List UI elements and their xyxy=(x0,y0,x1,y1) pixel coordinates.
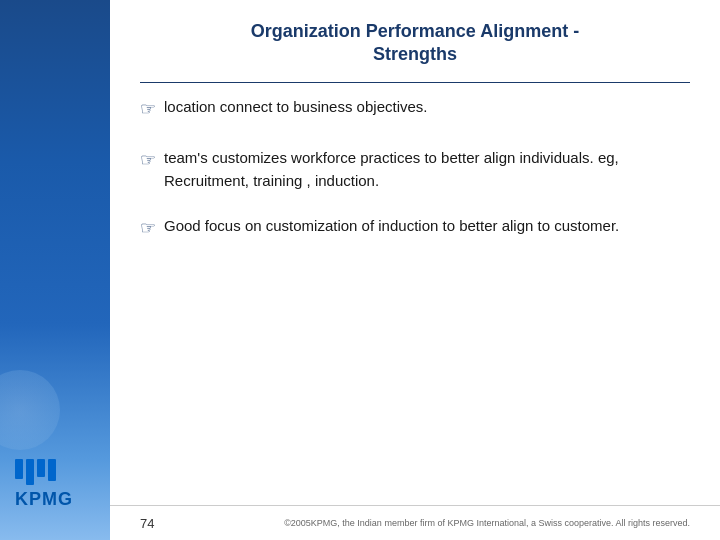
bullet-item-2: ☞ team's customizes workforce practices … xyxy=(140,146,690,193)
sidebar-decoration xyxy=(0,370,60,450)
bullet-text-1: location connect to business objectives. xyxy=(164,95,690,118)
logo-bar-4 xyxy=(48,459,56,481)
logo-bar-3 xyxy=(37,459,45,477)
footer: 74 ©2005KPMG, the Indian member firm of … xyxy=(110,505,720,540)
bullet-item-3: ☞ Good focus on customization of inducti… xyxy=(140,214,690,243)
bullet-text-3: Good focus on customization of induction… xyxy=(164,214,690,237)
footer-copyright: ©2005KPMG, the Indian member firm of KPM… xyxy=(284,518,690,528)
bullet-icon-1: ☞ xyxy=(140,96,156,124)
bullet-item-1: ☞ location connect to business objective… xyxy=(140,95,690,124)
logo-bar-2 xyxy=(26,459,34,485)
page-title: Organization Performance Alignment - Str… xyxy=(140,20,690,67)
bullet-icon-2: ☞ xyxy=(140,147,156,175)
kpmg-text: KPMG xyxy=(15,489,85,510)
kpmg-logo: KPMG xyxy=(15,459,85,510)
title-divider xyxy=(140,82,690,83)
footer-page-number: 74 xyxy=(140,516,154,531)
left-sidebar: KPMG xyxy=(0,0,110,540)
bullet-section: ☞ location connect to business objective… xyxy=(140,95,690,243)
logo-bar-1 xyxy=(15,459,23,479)
bullet-text-2: team's customizes workforce practices to… xyxy=(164,146,690,193)
bullet-icon-3: ☞ xyxy=(140,215,156,243)
title-line1: Organization Performance Alignment - xyxy=(251,21,579,41)
main-content: Organization Performance Alignment - Str… xyxy=(110,0,720,540)
title-line2: Strengths xyxy=(373,44,457,64)
title-section: Organization Performance Alignment - Str… xyxy=(140,20,690,67)
kpmg-bars xyxy=(15,459,85,485)
